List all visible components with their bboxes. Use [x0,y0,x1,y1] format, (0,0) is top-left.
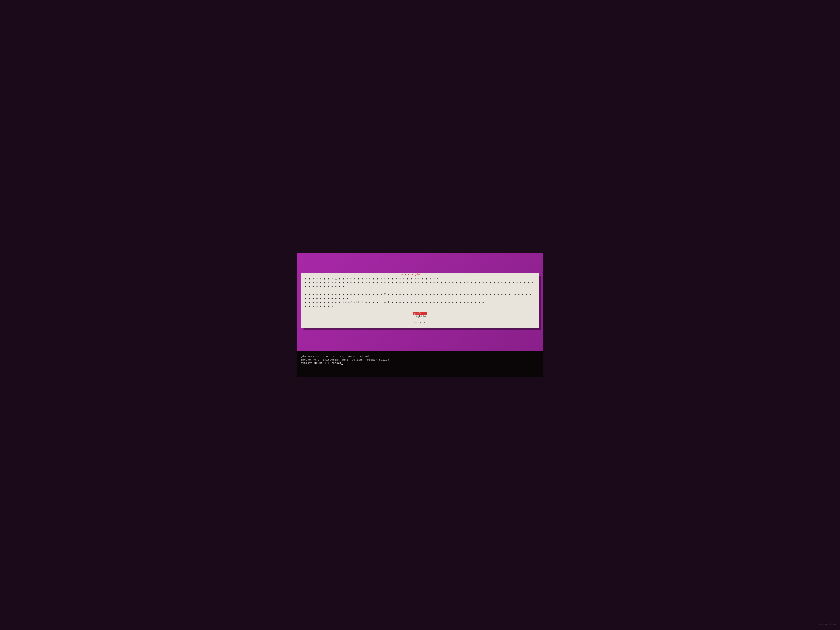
title-line-right [423,275,508,275]
terminal-line-1: gdm.service is not active, cannot reload… [301,355,370,358]
terminal-command: reboot [331,362,341,365]
dialog-wrapper: ♦ ♦ ♦ ♦ gdm3 ♦ ♦ ♦ ♦ ♦ ♦ ♦ ♦ X ♦ ♦ ♦ ♦ ♦… [301,273,539,328]
body-line-2: ♦ ♦ ♦ ♦ ♦ ♦ X ♦ ♦ ♦ ♦ ♦ ♦ ♦ ♦ ♦ ♦ ♦ ♦ ♦ … [305,281,535,288]
desktop-background: ♦ ♦ ♦ ♦ gdm3 ♦ ♦ ♦ ♦ ♦ ♦ ♦ ♦ X ♦ ♦ ♦ ♦ ♦… [297,253,543,351]
display-manager-options: gdm3 lightdm [413,312,427,318]
config-dialog: ♦ ♦ ♦ ♦ gdm3 ♦ ♦ ♦ ♦ ♦ ♦ ♦ ♦ X ♦ ♦ ♦ ♦ ♦… [301,273,539,328]
dialog-titlebar: ♦ ♦ ♦ ♦ gdm3 [301,273,539,276]
body-line-5: ♦ ♦ ♦ ♦ ♦ ♦ ♦ ♦ [305,305,333,308]
option-lightdm[interactable]: lightdm [413,315,427,318]
title-line-left [301,275,400,275]
body-line-3: ♦ ♦ ♦ ♦ ♦ ♦ ♦ ♦ ♦ ♦ ♦ ♦ ♦ ♦ ♦ ♦ ♦ ♦ ♦ ♦ … [305,293,533,300]
body-line-1: ♦ ♦ ♦ ♦ ♦ ♦ ♦ ♦ X ♦ ♦ ♦ ♦ ♦ ♦ ♦ ♦ ♦ ♦ ♦ … [305,278,439,280]
watermark: CSDN @切韭菜学AI [819,623,836,626]
terminal-prompt: qyh@qyh-ubuntu:~$ [301,362,331,365]
body-line-4: ♦ ♦ ♦ ♦ ♦ ♦ ♦ ♦ ♦ ♦ /etc/init.d ♦ ♦ ♦ ♦ … [305,301,484,304]
dialog-body: ♦ ♦ ♦ ♦ ♦ ♦ ♦ ♦ X ♦ ♦ ♦ ♦ ♦ ♦ ♦ ♦ ♦ ♦ ♦ … [301,276,539,328]
ok-button[interactable]: <♦ ♦ > [305,322,535,324]
screen: ♦ ♦ ♦ ♦ gdm3 ♦ ♦ ♦ ♦ ♦ ♦ ♦ ♦ X ♦ ♦ ♦ ♦ ♦… [297,253,543,377]
option-gdm3[interactable]: gdm3 [413,312,427,315]
terminal[interactable]: gdm.service is not active, cannot reload… [297,351,543,377]
cursor-icon [341,364,343,365]
dialog-description: ♦ ♦ ♦ ♦ ♦ ♦ ♦ ♦ X ♦ ♦ ♦ ♦ ♦ ♦ ♦ ♦ ♦ ♦ ♦ … [305,277,535,309]
terminal-line-2: invoke-rc.d: initscript gdm3, action "re… [301,358,391,362]
dialog-title: ♦ ♦ ♦ ♦ gdm3 [400,273,423,276]
